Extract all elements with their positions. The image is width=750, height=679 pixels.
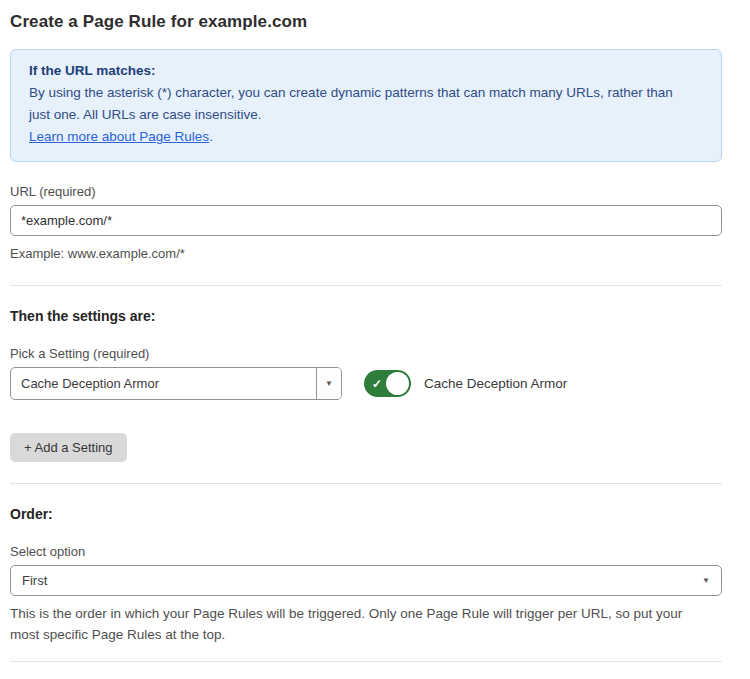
order-select[interactable]: First ▼ — [10, 565, 722, 596]
url-input[interactable] — [10, 205, 722, 236]
url-example-helper: Example: www.example.com/* — [10, 243, 722, 264]
setting-toggle[interactable]: ✓ — [364, 370, 411, 397]
divider — [10, 661, 722, 662]
info-box-link-line: Learn more about Page Rules. — [29, 126, 703, 148]
link-suffix: . — [209, 129, 213, 144]
settings-section-heading: Then the settings are: — [10, 308, 722, 324]
check-icon: ✓ — [372, 378, 382, 390]
add-setting-button[interactable]: + Add a Setting — [10, 433, 127, 462]
order-helper-text: This is the order in which your Page Rul… — [10, 603, 715, 645]
info-box-body: By using the asterisk (*) character, you… — [29, 82, 689, 126]
setting-toggle-label: Cache Deception Armor — [424, 376, 567, 391]
chevron-down-icon: ▼ — [325, 380, 333, 388]
order-select-value: First — [22, 573, 702, 588]
setting-select-arrow-button[interactable]: ▼ — [316, 368, 341, 399]
toggle-knob — [386, 372, 409, 395]
order-select-label: Select option — [10, 544, 722, 559]
page-title: Create a Page Rule for example.com — [10, 12, 722, 32]
page-rule-form: Create a Page Rule for example.com If th… — [10, 12, 722, 679]
url-matches-info-box: If the URL matches: By using the asteris… — [10, 49, 722, 162]
learn-more-link[interactable]: Learn more about Page Rules — [29, 129, 209, 144]
setting-row: Cache Deception Armor ▼ ✓ Cache Deceptio… — [10, 367, 722, 400]
pick-setting-label: Pick a Setting (required) — [10, 346, 722, 361]
order-section-heading: Order: — [10, 506, 722, 522]
divider — [10, 483, 722, 484]
setting-select[interactable]: Cache Deception Armor ▼ — [10, 367, 342, 400]
url-field-label: URL (required) — [10, 184, 722, 199]
info-box-heading: If the URL matches: — [29, 60, 703, 82]
setting-select-value: Cache Deception Armor — [11, 368, 316, 399]
divider — [10, 285, 722, 286]
chevron-down-icon: ▼ — [702, 577, 710, 585]
